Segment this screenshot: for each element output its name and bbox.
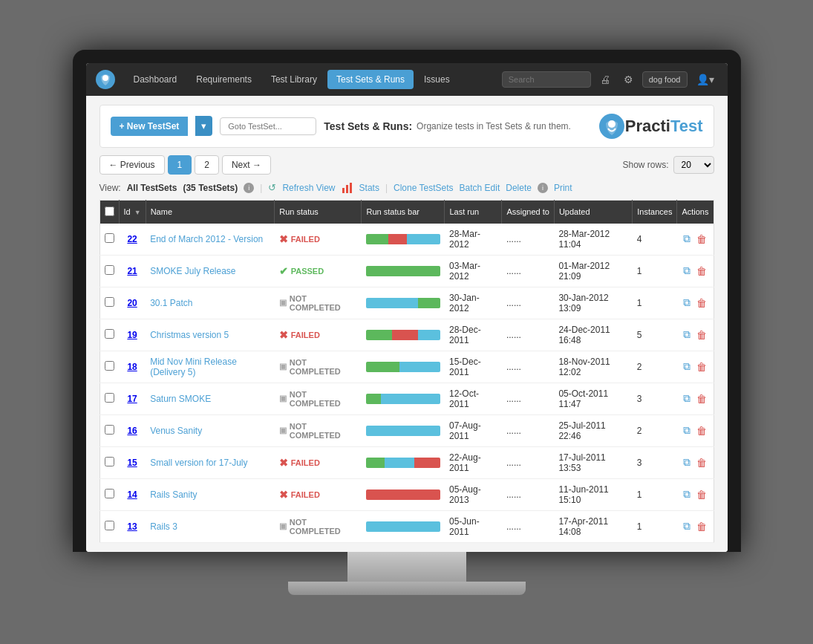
cell-run-status: ▣ NOT COMPLETED [275, 351, 362, 383]
page-2-button[interactable]: 2 [195, 155, 219, 175]
new-testset-button[interactable]: + New TestSet [111, 117, 189, 136]
cell-status-bar [362, 255, 445, 287]
header-instances: Instances [633, 200, 677, 224]
copy-icon[interactable]: ⧉ [682, 231, 692, 247]
notification-icon[interactable]: 🖨 [595, 71, 615, 88]
delete-icon[interactable]: 🗑 [695, 455, 708, 470]
status-badge: ✖ FAILED [279, 233, 320, 245]
next-button[interactable]: Next → [222, 155, 271, 175]
cell-assigned-to: ...... [502, 383, 554, 414]
cell-name[interactable]: Rails Sanity [146, 478, 275, 510]
cell-id[interactable]: 18 [119, 351, 146, 383]
row-checkbox[interactable] [105, 297, 114, 307]
copy-icon[interactable]: ⧉ [682, 518, 692, 534]
delete-icon[interactable]: 🗑 [695, 328, 708, 342]
cell-last-run: 12-Oct-2011 [445, 383, 502, 414]
cell-id[interactable]: 21 [119, 255, 146, 287]
user-menu[interactable]: 👤▾ [692, 71, 719, 88]
cell-id[interactable]: 22 [119, 224, 146, 256]
cell-name[interactable]: SMOKE July Release [146, 255, 275, 287]
row-checkbox[interactable] [105, 425, 114, 435]
cell-updated: 25-Jul-2011 22:46 [554, 414, 632, 446]
nav-test-sets[interactable]: Test Sets & Runs [327, 70, 414, 89]
copy-icon[interactable]: ⧉ [682, 423, 692, 438]
cell-instances: 3 [633, 446, 677, 478]
nav-test-library[interactable]: Test Library [262, 70, 326, 89]
cell-name[interactable]: Saturn SMOKE [146, 383, 275, 414]
nav-issues[interactable]: Issues [415, 70, 459, 89]
cell-assigned-to: ...... [502, 446, 554, 478]
select-all-checkbox[interactable] [105, 206, 114, 216]
delete-icon[interactable]: 🗑 [695, 296, 708, 310]
row-checkbox[interactable] [105, 521, 114, 530]
cell-instances: 1 [633, 510, 677, 542]
cell-name[interactable]: Rails 3 [146, 510, 275, 542]
page-1-button[interactable]: 1 [168, 155, 192, 175]
cell-id[interactable]: 20 [119, 287, 146, 319]
copy-icon[interactable]: ⧉ [682, 359, 692, 374]
cell-assigned-to: ...... [502, 319, 554, 351]
delete-icon[interactable]: 🗑 [695, 264, 708, 279]
delete-link[interactable]: Delete [506, 183, 532, 193]
show-rows-label: Show rows: [622, 160, 668, 170]
cell-id[interactable]: 14 [119, 478, 146, 510]
row-checkbox[interactable] [105, 393, 114, 403]
stats-link[interactable]: Stats [359, 183, 379, 193]
cell-id[interactable]: 15 [119, 446, 146, 478]
delete-icon[interactable]: 🗑 [695, 423, 708, 438]
clone-testsets-link[interactable]: Clone TestSets [394, 183, 454, 193]
cell-id[interactable]: 17 [119, 383, 146, 414]
copy-icon[interactable]: ⧉ [682, 263, 692, 279]
cell-actions: ⧉ 🗑 [677, 224, 714, 256]
workspace-dropdown[interactable]: dog food [642, 71, 688, 88]
row-checkbox[interactable] [105, 265, 114, 275]
delete-icon[interactable]: 🗑 [695, 232, 708, 247]
cell-last-run: 03-Mar-2012 [445, 255, 502, 287]
delete-icon[interactable]: 🗑 [695, 487, 708, 502]
search-input[interactable] [502, 71, 591, 88]
delete-icon[interactable]: 🗑 [695, 360, 708, 374]
nav-requirements[interactable]: Requirements [187, 70, 261, 89]
cell-id[interactable]: 19 [119, 319, 146, 351]
goto-testset-input[interactable] [220, 117, 316, 135]
cell-name[interactable]: End of March 2012 - Version [146, 224, 275, 256]
header-name: Name [146, 200, 275, 224]
copy-icon[interactable]: ⧉ [682, 391, 692, 406]
status-badge: ✔ PASSED [279, 265, 324, 277]
cell-name[interactable]: Christmas version 5 [146, 319, 275, 351]
new-testset-caret[interactable]: ▾ [195, 116, 212, 136]
nav-dashboard[interactable]: Dashboard [125, 70, 186, 89]
refresh-view-link[interactable]: Refresh View [282, 183, 335, 193]
cell-id[interactable]: 16 [119, 414, 146, 446]
view-info-icon[interactable]: i [244, 183, 254, 193]
prev-button[interactable]: ← Previous [99, 155, 165, 175]
cell-name[interactable]: Venus Sanity [146, 414, 275, 446]
delete-icon[interactable]: 🗑 [695, 391, 708, 406]
cell-status-bar [362, 478, 445, 510]
row-checkbox[interactable] [105, 361, 114, 371]
copy-icon[interactable]: ⧉ [682, 295, 692, 310]
cell-assigned-to: ...... [502, 255, 554, 287]
copy-icon[interactable]: ⧉ [682, 455, 692, 470]
delete-info-icon[interactable]: i [538, 183, 548, 193]
row-checkbox[interactable] [105, 329, 114, 339]
cell-id[interactable]: 13 [119, 510, 146, 542]
delete-icon[interactable]: 🗑 [695, 519, 708, 534]
cell-name[interactable]: Small version for 17-July [146, 446, 275, 478]
cell-name[interactable]: 30.1 Patch [146, 287, 275, 319]
practitest-logo-text: PractiTest [625, 117, 703, 136]
table-row: 17Saturn SMOKE▣ NOT COMPLETED12-Oct-2011… [99, 383, 714, 414]
copy-icon[interactable]: ⧉ [682, 327, 692, 342]
row-checkbox[interactable] [105, 489, 114, 498]
row-checkbox[interactable] [105, 457, 114, 466]
batch-edit-link[interactable]: Batch Edit [460, 183, 500, 193]
show-rows-select[interactable]: 20 50 100 [673, 156, 714, 174]
cell-name[interactable]: Mid Nov Mini Release (Delivery 5) [146, 351, 275, 383]
cell-updated: 28-Mar-2012 11:04 [554, 224, 632, 256]
settings-icon[interactable]: ⚙ [619, 71, 638, 88]
header-assigned-to: Assigned to [502, 200, 554, 224]
cell-last-run: 15-Dec-2011 [445, 351, 502, 383]
copy-icon[interactable]: ⧉ [682, 487, 692, 502]
row-checkbox[interactable] [105, 233, 114, 243]
print-link[interactable]: Print [554, 183, 572, 193]
